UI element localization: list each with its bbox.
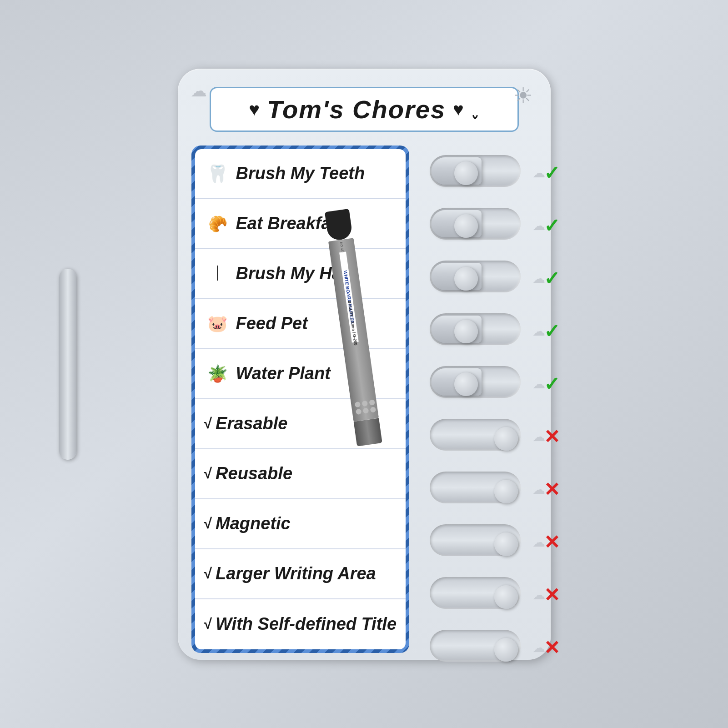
toggle-knob-6 xyxy=(494,427,518,451)
toggle-row-6[interactable]: ✕ ☁ xyxy=(414,412,537,462)
toggle-switch-3[interactable] xyxy=(430,261,521,297)
toggle-switch-7[interactable] xyxy=(430,472,521,508)
toggle-row-8[interactable]: ✕ ☁ xyxy=(414,517,537,568)
cloud-deco-8: ☁ xyxy=(532,535,545,550)
cloud-deco-4: ☁ xyxy=(532,324,545,339)
marker-end-cap xyxy=(353,418,382,446)
toggle-track-1 xyxy=(430,155,521,187)
toggle-row-1[interactable]: ✓ ☁ xyxy=(414,148,537,199)
chore-label-self-defined: With Self-defined Title xyxy=(216,614,397,634)
chore-icon-hair: 𝄀 xyxy=(204,263,231,285)
check-prefix-magnetic: √ xyxy=(204,515,212,532)
cloud-deco-6: ☁ xyxy=(532,429,545,444)
check-prefix-self-defined: √ xyxy=(204,616,212,633)
cloud-deco-1: ☁ xyxy=(532,166,545,181)
cloud-deco-7: ☁ xyxy=(532,482,545,497)
toggle-handle-4 xyxy=(432,316,482,343)
toggle-handle-3 xyxy=(432,263,482,290)
cloud-deco-10: ☁ xyxy=(532,640,545,655)
cloud-deco-9: ☁ xyxy=(532,587,545,602)
toggle-handle-5 xyxy=(432,368,482,396)
toggle-row-10[interactable]: ✕ ☁ xyxy=(414,623,537,673)
marker-dots xyxy=(352,397,377,417)
title-heart-left: ♥ xyxy=(249,99,260,120)
toggle-status-7: ✕ xyxy=(544,478,560,501)
toggle-track-3 xyxy=(430,261,521,292)
chore-label-brush-teeth: Brush My Teeth xyxy=(236,164,365,183)
chore-item-self-defined: √ With Self-defined Title xyxy=(195,599,406,649)
toggle-knob-7 xyxy=(494,480,518,503)
cloud-deco-3: ☁ xyxy=(532,271,545,286)
toggle-status-10: ✕ xyxy=(544,637,560,659)
toggle-handle-1 xyxy=(432,157,482,185)
cloud-deco-5: ☁ xyxy=(532,377,545,392)
toggle-row-2[interactable]: ✓ ☁ xyxy=(414,201,537,251)
check-prefix-erasable: √ xyxy=(204,415,212,432)
toggle-status-9: ✕ xyxy=(544,584,560,606)
marker-label-3: BULLET 1-2mm / G-208 xyxy=(344,277,361,368)
toggle-switch-10[interactable] xyxy=(430,630,521,666)
title-face: ˬ̮ xyxy=(471,100,479,119)
toggle-knob-9 xyxy=(494,585,518,609)
toggle-status-6: ✕ xyxy=(544,426,560,448)
toggle-track-10 xyxy=(430,630,521,662)
chore-item-magnetic: √ Magnetic xyxy=(195,499,406,549)
cloud-deco-2: ☁ xyxy=(532,218,545,233)
toggle-knob-1 xyxy=(454,161,478,185)
cloud-icon-topleft: ☁ xyxy=(191,81,207,100)
toggle-track-2 xyxy=(430,208,521,240)
fridge-handle xyxy=(59,269,76,460)
chore-label-larger-writing: Larger Writing Area xyxy=(216,564,376,583)
title-heart-right: ♥ xyxy=(453,99,464,120)
chore-label-erasable: Erasable xyxy=(216,414,287,433)
chore-item-feed-pet: 🐷 Feed Pet xyxy=(195,299,406,349)
content-area: 🦷 Brush My Teeth 🥐 Eat Breakfast 𝄀 Brush… xyxy=(187,146,542,673)
toggle-track-7 xyxy=(430,472,521,503)
toggle-knob-4 xyxy=(454,320,478,343)
chore-item-brush-teeth: 🦷 Brush My Teeth xyxy=(195,149,406,199)
toggle-status-3: ✓ xyxy=(544,267,560,290)
toggle-track-4 xyxy=(430,313,521,345)
chore-board: ☁ ☀ ♥ Tom's Chores ♥ ˬ̮ 🦷 Brush My Teeth… xyxy=(178,69,551,660)
toggle-status-5: ✓ xyxy=(544,373,560,395)
chore-icon-teeth: 🦷 xyxy=(204,164,231,184)
chore-icon-breakfast: 🥐 xyxy=(204,215,231,233)
board-title: Tom's Chores xyxy=(267,95,446,124)
toggle-switch-2[interactable] xyxy=(430,208,521,244)
toggle-knob-10 xyxy=(494,638,518,662)
toggle-status-8: ✕ xyxy=(544,531,560,553)
toggle-switch-1[interactable] xyxy=(430,155,521,191)
toggle-knob-2 xyxy=(454,214,478,238)
toggle-track-5 xyxy=(430,366,521,398)
check-prefix-larger-writing: √ xyxy=(204,565,212,582)
chore-icon-pet: 🐷 xyxy=(204,314,231,333)
toggle-switch-9[interactable] xyxy=(430,577,521,613)
toggle-switch-5[interactable] xyxy=(430,366,521,402)
toggle-switch-8[interactable] xyxy=(430,524,521,561)
toggle-row-5[interactable]: ✓ ☁ xyxy=(414,359,537,410)
toggle-status-4: ✓ xyxy=(544,320,560,342)
toggle-knob-3 xyxy=(454,267,478,291)
toggle-row-9[interactable]: ✕ ☁ xyxy=(414,570,537,621)
toggle-status-1: ✓ xyxy=(544,162,560,184)
sun-icon: ☀ xyxy=(510,82,537,110)
chore-list-panel: 🦷 Brush My Teeth 🥐 Eat Breakfast 𝄀 Brush… xyxy=(191,146,410,653)
toggles-column: ✓ ☁ ✓ ☁ xyxy=(409,146,537,673)
chore-label-magnetic: Magnetic xyxy=(216,514,291,533)
toggle-track-6 xyxy=(430,419,521,451)
chore-label-feed-pet: Feed Pet xyxy=(236,314,308,333)
title-bar: ♥ Tom's Chores ♥ ˬ̮ xyxy=(210,87,519,132)
toggle-switch-6[interactable] xyxy=(430,419,521,455)
toggle-handle-2 xyxy=(432,210,482,237)
chore-item-brush-hair: 𝄀 Brush My Hair xyxy=(195,249,406,299)
toggle-track-8 xyxy=(430,524,521,556)
toggle-row-3[interactable]: ✓ ☁ xyxy=(414,253,537,304)
toggle-row-4[interactable]: ✓ ☁ xyxy=(414,306,537,357)
chore-label-reusable: Reusable xyxy=(216,464,292,483)
toggle-row-7[interactable]: ✕ ☁ xyxy=(414,464,537,515)
toggle-knob-8 xyxy=(494,532,518,556)
toggle-knob-5 xyxy=(454,372,478,396)
check-prefix-reusable: √ xyxy=(204,465,212,482)
toggle-status-2: ✓ xyxy=(544,215,560,237)
toggle-switch-4[interactable] xyxy=(430,313,521,350)
